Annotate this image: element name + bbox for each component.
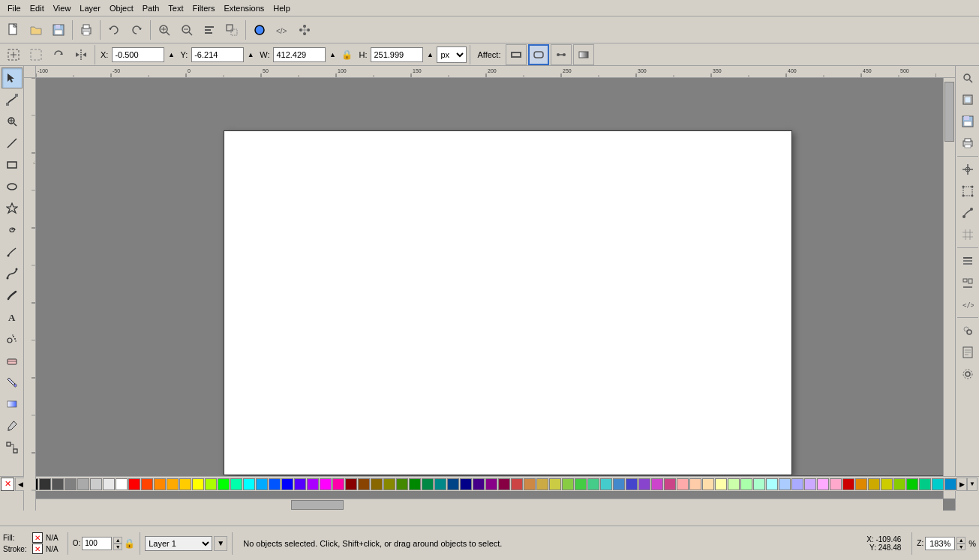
opacity-down[interactable]: ▼ <box>113 544 122 550</box>
fill-stroke-button[interactable] <box>249 19 270 40</box>
color-swatch-59[interactable] <box>779 478 791 490</box>
flip-btn[interactable] <box>71 44 92 65</box>
x-spin-up[interactable]: ▲ <box>166 47 176 62</box>
snap-enable-btn[interactable] <box>957 159 978 180</box>
gradient-tool-btn[interactable] <box>2 394 23 415</box>
color-swatch-55[interactable] <box>728 478 740 490</box>
color-swatch-65[interactable] <box>855 478 867 490</box>
opacity-up[interactable]: ▲ <box>113 537 122 544</box>
menu-edit[interactable]: Edit <box>26 2 49 14</box>
color-swatch-47[interactable] <box>626 478 638 490</box>
color-swatch-37[interactable] <box>498 478 510 490</box>
snap-grid-btn[interactable] <box>957 224 978 245</box>
new-button[interactable] <box>3 19 24 40</box>
color-swatch-20[interactable] <box>281 478 293 490</box>
zoom-to-fit-button[interactable] <box>154 19 175 40</box>
color-swatch-19[interactable] <box>269 478 281 490</box>
zoom-fit-page-btn[interactable] <box>957 89 978 110</box>
color-swatch-70[interactable] <box>919 478 931 490</box>
print-button[interactable] <box>76 19 97 40</box>
color-swatch-52[interactable] <box>689 478 701 490</box>
no-color-swatch[interactable]: ✕ <box>1 478 14 491</box>
palette-scroll-right[interactable]: ▶ <box>956 478 967 491</box>
save-button[interactable] <box>48 19 69 40</box>
color-swatch-66[interactable] <box>868 478 880 490</box>
color-swatch-28[interactable] <box>383 478 395 490</box>
color-swatch-29[interactable] <box>396 478 408 490</box>
color-swatch-39[interactable] <box>524 478 536 490</box>
pen-tool-btn[interactable] <box>2 263 23 284</box>
color-swatch-67[interactable] <box>881 478 893 490</box>
color-swatch-45[interactable] <box>600 478 612 490</box>
color-swatch-10[interactable] <box>154 478 166 490</box>
settings-btn[interactable] <box>957 364 978 385</box>
color-swatch-4[interactable] <box>77 478 89 490</box>
color-swatch-6[interactable] <box>103 478 115 490</box>
print-btn-right[interactable] <box>957 133 978 154</box>
redo-button[interactable] <box>126 19 147 40</box>
color-swatch-16[interactable] <box>230 478 242 490</box>
color-swatch-22[interactable] <box>307 478 319 490</box>
color-swatch-7[interactable] <box>116 478 128 490</box>
color-swatch-21[interactable] <box>294 478 306 490</box>
paintbucket-tool-btn[interactable] <box>2 372 23 393</box>
palette-menu-btn[interactable]: ▼ <box>967 478 977 491</box>
rotate-btn[interactable] <box>48 44 69 65</box>
color-swatch-24[interactable] <box>332 478 344 490</box>
open-button[interactable] <box>26 19 47 40</box>
color-swatch-46[interactable] <box>613 478 625 490</box>
connector-tool-btn[interactable] <box>2 437 23 458</box>
affect-btn-3[interactable] <box>551 44 572 65</box>
x-input[interactable] <box>112 47 164 62</box>
opacity-lock[interactable]: 🔒 <box>124 538 135 549</box>
color-swatch-43[interactable] <box>575 478 587 490</box>
affect-btn-1[interactable] <box>506 44 527 65</box>
ellipse-tool-btn[interactable] <box>2 176 23 197</box>
color-swatch-72[interactable] <box>944 478 956 490</box>
color-swatch-30[interactable] <box>409 478 421 490</box>
zoom-up[interactable]: ▲ <box>956 537 965 544</box>
transform-button[interactable] <box>221 19 242 40</box>
y-input[interactable] <box>191 47 244 62</box>
color-swatch-71[interactable] <box>932 478 944 490</box>
fill-color-box[interactable]: ✕ <box>32 532 43 543</box>
affect-btn-4[interactable] <box>573 44 594 65</box>
color-swatch-57[interactable] <box>753 478 765 490</box>
color-swatch-11[interactable] <box>167 478 179 490</box>
color-swatch-32[interactable] <box>434 478 446 490</box>
color-swatch-5[interactable] <box>90 478 102 490</box>
color-swatch-26[interactable] <box>358 478 370 490</box>
color-swatch-69[interactable] <box>906 478 918 490</box>
node-tool-btn[interactable] <box>2 89 23 110</box>
menu-view[interactable]: View <box>49 2 76 14</box>
vertical-scroll-thumb[interactable] <box>944 82 954 142</box>
pencil-tool-btn[interactable] <box>2 241 23 262</box>
eraser-tool-btn[interactable] <box>2 350 23 371</box>
menu-filters[interactable]: Filters <box>188 2 220 14</box>
color-swatch-42[interactable] <box>562 478 574 490</box>
color-swatch-51[interactable] <box>677 478 689 490</box>
snap-bbox-btn[interactable] <box>957 181 978 202</box>
color-swatch-1[interactable] <box>39 478 51 490</box>
node-editor-button[interactable] <box>294 19 315 40</box>
w-input[interactable] <box>273 47 326 62</box>
horizontal-scrollbar[interactable] <box>36 499 943 511</box>
vertical-scrollbar[interactable] <box>943 78 955 499</box>
selector-tool-btn[interactable] <box>2 67 23 88</box>
align-button[interactable] <box>199 19 220 40</box>
zoom-out-button[interactable] <box>176 19 197 40</box>
color-swatch-2[interactable] <box>52 478 64 490</box>
color-swatch-44[interactable] <box>587 478 599 490</box>
menu-layer[interactable]: Layer <box>75 2 105 14</box>
color-swatch-60[interactable] <box>791 478 803 490</box>
color-swatch-27[interactable] <box>371 478 383 490</box>
stroke-color-box[interactable]: ✕ <box>32 544 43 554</box>
layer-up-btn[interactable]: ▼ <box>214 536 227 551</box>
color-swatch-68[interactable] <box>893 478 905 490</box>
color-swatch-56[interactable] <box>740 478 752 490</box>
affect-btn-2[interactable] <box>528 44 549 65</box>
objects-panel-btn[interactable] <box>957 250 978 271</box>
menu-object[interactable]: Object <box>105 2 138 14</box>
filters-btn[interactable] <box>957 320 978 341</box>
calligraphy-tool-btn[interactable] <box>2 285 23 306</box>
